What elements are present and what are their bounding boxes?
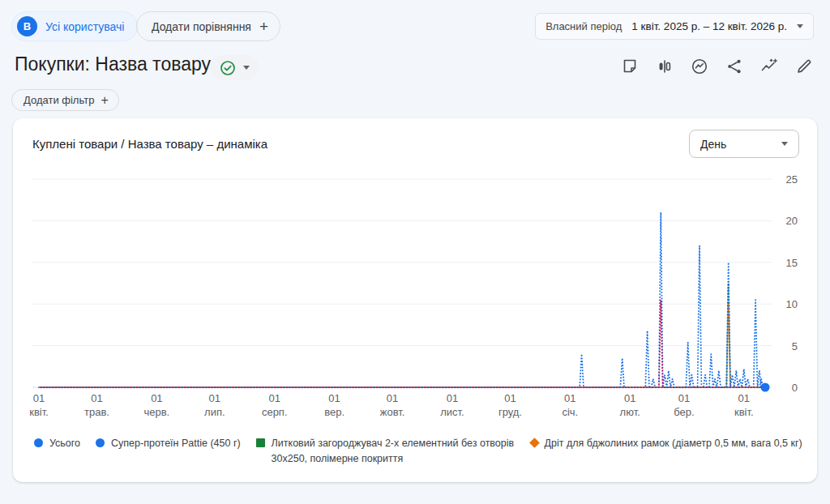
chevron-down-icon [797,24,803,28]
svg-text:01: 01 [738,392,750,404]
legend-marker-square [256,438,265,447]
svg-text:жовт.: жовт. [380,406,405,418]
insights-icon[interactable] [690,57,709,76]
add-filter-button[interactable]: Додати фільтр + [11,89,119,111]
audience-badge-icon: B [17,16,37,36]
svg-text:квіт.: квіт. [29,406,49,418]
plus-icon: + [101,94,108,107]
report-status-dropdown[interactable] [211,55,259,80]
legend-label: Супер-протеїн Pattie (450 г) [111,436,241,451]
report-toolbar [620,57,814,76]
audience-chip-all-users[interactable]: B Усі користувачі [11,11,138,41]
svg-text:01: 01 [268,392,280,404]
svg-text:01: 01 [504,392,516,404]
svg-text:5: 5 [792,340,798,352]
svg-text:01: 01 [151,392,162,404]
chart-card: Куплені товари / Назва товару – динаміка… [13,118,817,482]
svg-text:01: 01 [447,392,458,404]
legend-item[interactable]: Супер-протеїн Pattie (450 г) [96,436,241,451]
svg-text:01: 01 [624,392,635,404]
svg-text:01: 01 [91,392,102,404]
legend-label: Усього [49,436,80,451]
legend-item[interactable]: Усього [34,436,80,451]
check-circle-icon [220,60,236,76]
legend-label: Дріт для бджолиних рамок (діаметр 0,5 мм… [545,436,802,451]
svg-text:25: 25 [786,173,798,186]
svg-text:січ.: січ. [562,406,578,418]
svg-text:10: 10 [786,298,798,310]
add-filter-label: Додати фільтр [24,94,94,106]
notes-icon[interactable] [620,57,640,76]
date-range-value: 1 квіт. 2025 р. – 12 квіт. 2026 р. [631,20,787,32]
date-range-picker[interactable]: Власний період 1 квіт. 2025 р. – 12 квіт… [535,13,814,40]
svg-text:01: 01 [564,392,575,404]
audience-chip-label: Усі користувачі [45,20,124,33]
date-range-type-label: Власний період [545,20,622,32]
svg-text:вер.: вер. [324,406,344,418]
svg-text:0: 0 [792,382,798,394]
legend-label: Литковий загороджувач 2-х елементний без… [272,436,515,467]
chart-legend: УсьогоСупер-протеїн Pattie (450 г)Литков… [34,436,804,467]
add-comparison-label: Додати порівняння [152,20,251,33]
svg-text:лист.: лист. [440,406,464,418]
svg-text:груд.: груд. [498,406,522,418]
svg-text:черв.: черв. [143,406,169,418]
svg-text:квіт.: квіт. [734,406,754,418]
trending-icon[interactable] [759,57,779,76]
svg-text:лип.: лип. [204,406,225,418]
chevron-down-icon [243,66,250,70]
svg-text:трав.: трав. [84,406,109,418]
legend-item[interactable]: Литковий загороджувач 2-х елементний без… [256,436,515,467]
svg-text:серп.: серп. [262,406,288,418]
edit-icon[interactable] [794,57,814,76]
legend-marker-circle [34,438,43,447]
svg-text:01: 01 [678,392,690,404]
svg-text:20: 20 [786,215,798,227]
svg-text:15: 15 [786,257,798,269]
timeseries-chart[interactable]: 051015202501квіт.01трав.01черв.01лип.01с… [13,118,817,482]
legend-marker-diamond [529,438,540,448]
svg-text:01: 01 [209,392,220,404]
svg-text:01: 01 [328,392,340,404]
add-comparison-button[interactable]: Додати порівняння + [136,11,280,41]
share-icon[interactable] [725,57,744,76]
svg-text:01: 01 [33,392,45,404]
svg-text:лют.: лют. [620,406,640,418]
legend-marker-circle [96,438,105,447]
svg-text:бер.: бер. [674,406,694,418]
legend-item[interactable]: Дріт для бджолиних рамок (діаметр 0,5 мм… [530,436,802,451]
page-title: Покупки: Назва товару [15,53,211,75]
plus-icon: + [259,19,268,34]
compare-icon[interactable] [655,57,674,76]
svg-text:01: 01 [387,392,398,404]
